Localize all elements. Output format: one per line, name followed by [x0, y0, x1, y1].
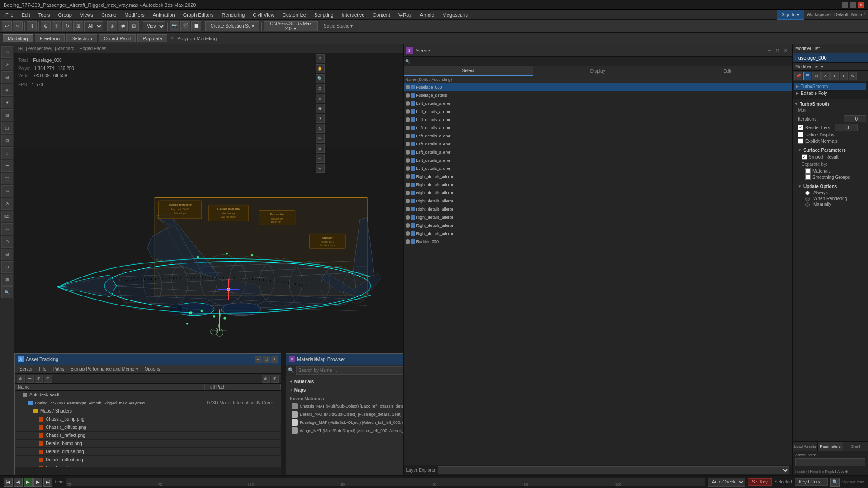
ls-btn-13[interactable]: ⊘ — [1, 198, 13, 210]
ls-btn-20[interactable]: 🔍 — [1, 286, 13, 298]
menu-customize[interactable]: Customize — [279, 11, 310, 19]
next-frame-btn[interactable]: ▶ — [33, 478, 42, 487]
vp-zoom-btn[interactable]: 🔍 — [316, 74, 325, 83]
layer-explorer-dropdown[interactable] — [438, 466, 789, 474]
menu-group[interactable]: Group — [54, 11, 75, 19]
asset-menu-options[interactable]: Options — [142, 366, 163, 372]
materials-check[interactable] — [805, 168, 811, 174]
mat-search-input[interactable] — [296, 366, 403, 375]
mat-item-chassis[interactable]: Chassis_MAT (Multi/Sub-Object) [Back_lef… — [288, 402, 403, 410]
set-key-btn[interactable]: Set Key — [748, 478, 772, 486]
always-radio[interactable] — [805, 191, 810, 195]
ls-btn-7[interactable]: ◫ — [1, 122, 13, 134]
menu-tools[interactable]: Tools — [35, 11, 54, 19]
scene-item-right-2[interactable]: Right_details_aileror — [404, 181, 793, 189]
ls-btn-16[interactable]: ⊙ — [1, 236, 13, 248]
explicit-normals-check[interactable] — [798, 138, 803, 144]
scene-item-right-1[interactable]: Right_details_aileror — [404, 173, 793, 181]
path-btn[interactable]: C:\Users\St...ds Max 202 ▾ — [264, 21, 318, 31]
material-btn[interactable]: 🔲 — [191, 21, 201, 31]
mod-icon-config[interactable]: ⚙ — [849, 72, 857, 80]
asset-tb-5[interactable]: ⊕ — [262, 375, 270, 383]
vp-pan-btn[interactable]: ✋ — [316, 64, 325, 73]
vp-lights-btn[interactable]: ☀ — [316, 114, 325, 123]
scene-item-left-6[interactable]: Left_details_aileror — [404, 140, 793, 148]
scene-item-right-3[interactable]: Right_details_aileror — [404, 189, 793, 197]
scene-item-left-5[interactable]: Left_details_aileror — [404, 132, 793, 140]
asset-row-details-diffuse[interactable]: Details_diffuse.png — [15, 448, 281, 456]
ls-btn-15[interactable]: ⊹ — [1, 223, 13, 235]
asset-menu-server[interactable]: Server — [17, 366, 35, 372]
asset-row-chassis-bump[interactable]: Chassis_bump.png — [15, 415, 281, 423]
menu-file[interactable]: File — [2, 11, 17, 19]
asset-menu-file[interactable]: File — [36, 366, 49, 372]
turbosmooth-section-header[interactable]: ▼ TurboSmooth — [794, 101, 866, 108]
asset-row-details-reflect[interactable]: Details_reflect.png — [15, 456, 281, 464]
scene-item-fuselage-000[interactable]: Fuselage_000 — [404, 83, 793, 91]
rotate-btn[interactable]: ↻ — [62, 21, 72, 31]
magnet-btn[interactable]: ⊕ — [107, 21, 117, 31]
asset-tb-2[interactable]: ☰ — [26, 375, 34, 383]
menu-vray[interactable]: V-Ray — [395, 11, 415, 19]
move-btn[interactable]: ✛ — [52, 21, 61, 31]
ls-btn-2[interactable]: ↗ — [1, 59, 13, 70]
ls-btn-4[interactable]: ◈ — [1, 84, 13, 96]
ls-btn-5[interactable]: ✱ — [1, 97, 13, 108]
scene-item-left-2[interactable]: Left_details_aileror — [404, 108, 793, 116]
smoothing-groups-row[interactable]: Smoothing Groups — [802, 174, 866, 180]
key-filters-btn[interactable]: Key Filters... — [795, 478, 828, 486]
selection-filter-dropdown[interactable]: All — [84, 21, 103, 31]
manually-radio[interactable] — [805, 202, 810, 207]
close-button[interactable]: ✕ — [858, 2, 864, 8]
view-dropdown[interactable]: View — [143, 21, 165, 31]
auto-check-dropdown[interactable]: Auto Check — [708, 478, 745, 487]
scene-close-btn[interactable]: ✕ — [782, 47, 789, 54]
asset-maximize-btn[interactable]: □ — [263, 356, 270, 363]
ls-btn-11[interactable]: ⬚ — [1, 173, 13, 184]
it-button[interactable]: It — [27, 21, 37, 31]
mod-item-turbosmooth[interactable]: ▶ TurboSmooth — [794, 83, 866, 90]
goto-end-btn[interactable]: ▶| — [43, 478, 52, 487]
menu-modifiers[interactable]: Modifiers — [121, 11, 148, 19]
goto-start-btn[interactable]: |◀ — [4, 478, 13, 487]
tab-display[interactable]: Display — [533, 66, 663, 76]
asset-close-btn[interactable]: ✕ — [271, 356, 278, 363]
mod-icon-param[interactable]: ⊞ — [812, 72, 821, 80]
scale-btn[interactable]: ⊞ — [73, 21, 83, 31]
asset-menu-bitmap[interactable]: Bitmap Performance and Memory — [68, 366, 141, 372]
mat-item-fuselage[interactable]: Fuselage_MAT (Multi/Sub-Object) [Aileron… — [288, 418, 403, 427]
scene-item-left-7[interactable]: Left_details_aileror — [404, 148, 793, 156]
vp-extra-btn[interactable]: ⊟ — [316, 164, 325, 173]
maximize-button[interactable]: □ — [850, 2, 856, 8]
update-options-header[interactable]: ▼ Update Options — [798, 183, 866, 190]
mat-item-details[interactable]: Details_MAT (Multi/Sub-Object) [Fuselage… — [288, 410, 403, 418]
asset-tb-4[interactable]: ⊟ — [44, 375, 52, 383]
mod-icon-down[interactable]: ▼ — [840, 72, 848, 80]
ls-btn-8[interactable]: ⊡ — [1, 135, 13, 146]
scene-item-rudder[interactable]: Rudder_000 — [404, 238, 793, 246]
asset-menu-paths[interactable]: Paths — [50, 366, 67, 372]
load-assets-tab[interactable]: Load Assets — [793, 442, 818, 451]
mod-icon-list[interactable]: ☰ — [803, 72, 811, 80]
smoothing-groups-check[interactable] — [805, 174, 811, 180]
smooth-result-row[interactable]: Smooth Result — [802, 154, 866, 160]
menu-rendering[interactable]: Rendering — [218, 11, 249, 19]
render-btn[interactable]: 🎬 — [180, 21, 190, 31]
search-btn[interactable]: 🔍 — [830, 478, 840, 487]
render-iters-check[interactable] — [798, 125, 803, 130]
isoline-check[interactable] — [798, 132, 803, 137]
ls-btn-6[interactable]: ⊠ — [1, 109, 13, 121]
scene-item-right-6[interactable]: Right_details_aileror — [404, 213, 793, 221]
tab-edit[interactable]: Edit — [663, 66, 793, 76]
asset-window-header[interactable]: A Asset Tracking ─ □ ✕ — [15, 354, 281, 365]
scene-item-left-1[interactable]: Left_details_aileror — [404, 99, 793, 108]
manually-row[interactable]: Manually — [802, 202, 866, 207]
vp-plus[interactable]: [+] — [18, 46, 23, 51]
menu-views[interactable]: Views — [76, 11, 97, 19]
parameters-tab[interactable]: Parameters — [818, 442, 843, 451]
vp-perspective[interactable]: [Perspective] — [26, 46, 52, 51]
ls-btn-14[interactable]: ⌦ — [1, 211, 13, 222]
minimize-button[interactable]: ─ — [842, 2, 848, 8]
menu-create[interactable]: Create — [98, 11, 120, 19]
menu-arnold[interactable]: Arnold — [416, 11, 438, 19]
